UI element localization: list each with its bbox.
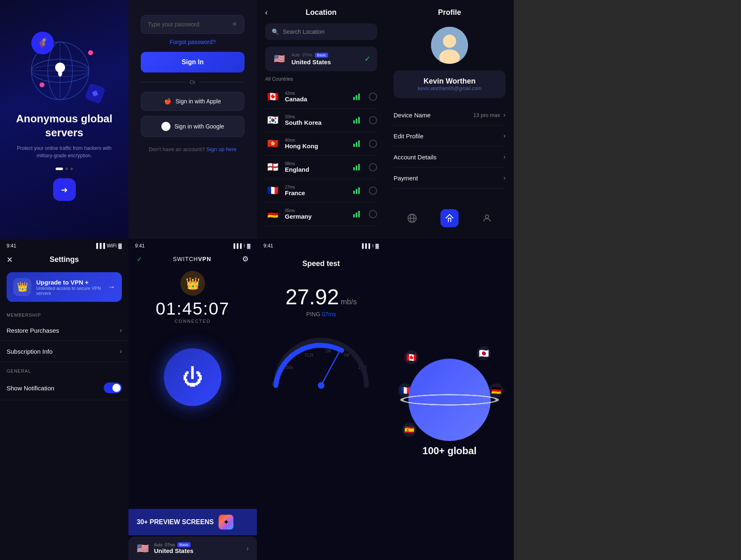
profile-menu-item[interactable]: Device Name 13 pro max › [394,105,506,126]
or-divider: Or [141,79,245,85]
radio-button[interactable] [369,187,377,195]
next-button[interactable]: ➜ [53,178,76,201]
all-countries-label: All Countries [265,76,377,82]
floating-flag-canada: 🇨🇦 [404,350,418,364]
bar-1 [353,191,355,194]
nav-home-icon[interactable] [440,209,459,227]
nav-globe-icon[interactable] [403,209,421,227]
country-ms: 42ms [285,91,348,96]
country-list-item[interactable]: 🇰🇷 10ms South Korea [265,109,377,132]
vpn-battery-icon: ▓ [247,243,250,248]
speed-number: 27.92 [285,285,339,309]
pagination-dots [56,168,73,170]
status-bar: 9:41 ▐▐▐ WiFi ▓ [0,239,128,251]
menu-item-right: 13 pro max › [473,111,506,119]
panel-login: Type your password 👁 Forgot password? Si… [128,0,257,239]
menu-item-right: › [503,132,506,140]
password-field[interactable]: Type your password 👁 [141,15,245,34]
user-card: Kevin Worthen kevin.worthen65@gmail.com [394,70,506,98]
speed-signal-icon: ▐▐▐ [361,243,370,248]
bar-2 [356,189,357,194]
search-bar[interactable]: 🔍 Search Location [265,23,377,40]
radio-button[interactable] [369,163,377,171]
forgot-password-link[interactable]: Forgot password? [141,39,245,45]
power-ring-svg [147,332,238,422]
bottom-country-name: United States [154,547,242,554]
svg-text:5M: 5M [344,353,350,357]
country-list-item[interactable]: 🇫🇷 27ms France [265,179,377,203]
ping-value: 07ms [322,311,336,317]
country-col: 08ms England [285,161,348,173]
wifi-icon: WiFi [107,243,117,249]
bottom-badge: Basic [177,542,191,547]
speed-battery-icon: ▓ [375,243,379,248]
profile-menu-item[interactable]: Edit Profile › [394,126,506,147]
show-notification-label: Show Notification [7,385,54,392]
ping-info: PING 07ms [257,311,385,317]
status-icons: ▐▐▐ WiFi ▓ [95,243,122,249]
speed-gauge: 0k 256k 512k 1M 5M 10M [268,326,375,392]
country-ms: 05ms [285,208,348,213]
profile-menu: Device Name 13 pro max › Edit Profile › … [394,105,506,189]
country-list: 🇨🇦 42ms Canada 🇰🇷 10ms South Korea [265,85,377,226]
country-list-item[interactable]: 🇩🇪 05ms Germany [265,203,377,226]
google-signin-button[interactable]: G Sign in with Google [141,116,245,137]
nav-user-icon[interactable] [478,209,496,227]
country-flag-icon: 🇰🇷 [265,113,280,128]
vpn-time: 9:41 [135,243,144,249]
country-list-item[interactable]: 🇨🇦 42ms Canada [265,85,377,109]
subscription-info-item[interactable]: Subscription Info › [0,341,128,362]
bar-3 [358,117,360,124]
profile-menu-item[interactable]: Account Details › [394,147,506,168]
ping-label: PING [306,311,320,317]
back-button[interactable]: ‹ [265,8,268,17]
menu-item-label: Account Details [394,154,436,161]
upgrade-banner[interactable]: 👑 Upgrade to VPN + Unlimited access to s… [7,272,122,302]
dot-inactive-1 [65,168,68,170]
panel-settings: 9:41 ▐▐▐ WiFi ▓ ✕ Settings 👑 Upgrade to … [0,239,128,560]
settings-gear-icon[interactable]: ⚙ [242,254,249,264]
menu-item-right: › [503,153,506,161]
settings-header: ✕ Settings [0,251,128,268]
sign-in-button[interactable]: Sign In [141,52,245,72]
apple-signin-button[interactable]: 🍎 Sign in with Apple [141,92,245,111]
planet-illustration: 🇨🇦 🇯🇵 🇫🇷 🇩🇪 🇪🇸 [396,342,503,441]
radio-button[interactable] [369,116,377,124]
country-flag-icon: 🏴󠁧󠁢󠁥󠁮󠁧󠁿 [265,160,280,175]
country-flag-icon: 🇨🇦 [265,89,280,104]
country-list-item[interactable]: 🇭🇰 40ms Hong Kong [265,132,377,156]
membership-section-header: MEMBERSHIP [0,306,128,320]
country-name: Hong Kong [285,142,348,149]
signup-link[interactable]: Sign up here [206,146,237,152]
svg-point-17 [160,344,226,410]
speed-test-title: Speed test [257,255,385,272]
country-list-item[interactable]: 🏴󠁧󠁢󠁥󠁮󠁧󠁿 08ms England [265,156,377,179]
upgrade-arrow-icon: → [108,283,115,292]
selected-country-row[interactable]: 🇺🇸 Auto 07ms Basic United States ✓ [265,47,377,71]
close-button[interactable]: ✕ [7,255,13,264]
selected-country-name: United States [291,58,359,65]
ms-badge: 07ms [303,53,312,57]
power-button-container: ⏻ [147,332,238,422]
user-name: Kevin Worthen [400,77,499,86]
country-col: 27ms France [285,185,348,196]
bottom-country-bar[interactable]: 🇺🇸 Auto 07ms Basic United States › [128,537,257,560]
search-placeholder: Search Location [283,28,324,35]
bar-2 [356,142,357,147]
country-col: 40ms Hong Kong [285,138,348,149]
eye-icon[interactable]: 👁 [232,21,238,28]
signal-bars [353,211,360,217]
svg-point-26 [318,382,324,389]
show-notification-item[interactable]: Show Notification [0,376,128,400]
google-icon: G [161,122,170,131]
restore-purchases-item[interactable]: Restore Purchases › [0,320,128,341]
radio-button[interactable] [369,210,377,218]
profile-menu-item[interactable]: Payment › [394,168,506,189]
notification-toggle[interactable] [104,383,122,393]
radio-button[interactable] [369,93,377,101]
country-name: England [285,166,348,173]
radio-button[interactable] [369,140,377,148]
signal-bars [353,93,360,100]
speed-status-icons: ▐▐▐ ⌇ ▓ [361,243,379,249]
bar-2 [356,212,357,217]
